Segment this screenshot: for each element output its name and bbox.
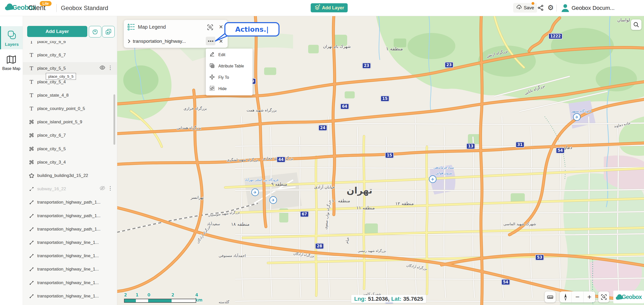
map-place-label: احمدآباد مستوفی — [219, 253, 246, 258]
route-shield: 15 — [381, 96, 389, 102]
lite-badge: Lite — [40, 1, 52, 6]
context-menu-item-hide[interactable]: Hide — [206, 83, 253, 94]
settings-gear-icon[interactable]: ⚙ — [547, 4, 554, 12]
map-place-label: منطقه ۱ — [386, 46, 403, 51]
route-shield: 53 — [535, 254, 544, 260]
layer-row[interactable]: subway_16_22⋮ — [23, 183, 117, 195]
user-name[interactable]: Geobox Docum... — [572, 5, 615, 11]
visibility-eye-icon[interactable] — [99, 65, 105, 71]
route-shield: 54 — [501, 279, 510, 285]
route-shield: 15 — [385, 152, 394, 158]
layer-row[interactable]: place_island_point_5_9 — [23, 116, 117, 128]
map-place-label: فرودگاه سپهر — [571, 109, 591, 113]
layer-label: building_building3d_15_22 — [37, 173, 88, 178]
map-place-label: منطقه ۱۲ — [395, 201, 414, 206]
layer-label: subway_16_22 — [37, 186, 66, 192]
scale-label: 0 — [147, 292, 150, 297]
context-menu-item-attribute-table[interactable]: Attribute Table — [206, 60, 253, 72]
saved-layers-button[interactable] — [102, 26, 115, 37]
legend-close-icon[interactable]: ✕ — [219, 24, 223, 29]
route-shield: 54 — [556, 147, 565, 154]
geobox-app: Geobox Client Lite Geobox Standard Add L… — [0, 0, 644, 305]
context-menu-item-edit[interactable]: Edit — [206, 49, 253, 60]
context-menu-item-fly-to[interactable]: Fly To — [206, 72, 253, 83]
map-place-label: ستاد فرماندهی — [433, 166, 454, 169]
share-icon[interactable] — [537, 5, 544, 12]
layer-type-icon — [29, 160, 34, 165]
map-place-label: شهرک شهید الماسی — [503, 222, 536, 226]
add-layer-button-panel[interactable]: Add Layer — [27, 26, 87, 37]
layer-type-icon — [29, 294, 34, 298]
layer-row[interactable]: place_city_3_4 — [23, 156, 117, 169]
route-shield: 23 — [362, 63, 371, 69]
layers-icon — [1, 30, 23, 41]
user-avatar[interactable] — [560, 3, 570, 14]
layer-type-icon — [29, 133, 34, 138]
map-search-button[interactable] — [631, 19, 641, 30]
layer-type-icon — [29, 173, 34, 178]
layers-scrollbar[interactable] — [113, 94, 115, 145]
layer-label: transportation_highway_path_1... — [37, 200, 100, 205]
map-canvas[interactable]: 122223231529642413315444156728535456✈✈✈✈… — [117, 16, 644, 305]
layer-row[interactable]: transportation_highway_line_1... — [23, 263, 117, 276]
airport-marker: ✈ — [251, 188, 259, 196]
layer-type-icon — [29, 120, 34, 124]
zoom-to-extent-button[interactable] — [598, 291, 609, 302]
layer-row[interactable]: building_building3d_15_22 — [23, 169, 117, 182]
layer-type-icon: T — [29, 92, 34, 98]
layer-tooltip: place_city_5_5 — [46, 73, 76, 80]
layer-row[interactable]: place_city_6_7 — [23, 129, 117, 142]
layer-row[interactable]: Tplace_city_6_7 — [23, 49, 117, 61]
layer-row[interactable]: transportation_highway_line_1... — [23, 236, 117, 249]
airport-marker: ✈ — [269, 196, 277, 204]
layer-menu-icon[interactable]: ⋮ — [108, 65, 113, 71]
chevron-right-icon[interactable] — [127, 39, 131, 45]
layers-panel: Tplace_city_6_6Tplace_city_6_7Tplace_cit… — [23, 16, 117, 305]
map-place-label: لواسان — [617, 17, 630, 22]
add-layer-button-header[interactable]: Add Layer — [311, 3, 348, 12]
layer-row[interactable]: transportation_highway_path_1... — [23, 196, 117, 209]
layer-row[interactable]: transportation_highway_line_1... — [23, 250, 117, 262]
route-shield: 1222 — [548, 33, 562, 39]
layer-label: place_city_5_5 — [37, 66, 66, 71]
route-shield: 67 — [300, 211, 309, 217]
add-shape-button[interactable] — [89, 26, 101, 37]
map-watermark-logo: Geobox — [613, 291, 644, 303]
layer-menu-icon[interactable]: ⋮ — [108, 185, 113, 191]
layer-type-icon — [29, 214, 34, 218]
zoom-out-button[interactable]: − — [571, 291, 583, 302]
airport-marker: ✈ — [429, 175, 436, 183]
map-place-label: بزرگراه شهید همت — [247, 108, 277, 112]
layer-row[interactable]: transportation_highway_line_1... — [23, 290, 117, 302]
edit-icon — [209, 52, 215, 58]
legend-focus-icon[interactable] — [207, 24, 214, 32]
route-shield: 64 — [340, 103, 349, 109]
layer-row[interactable]: transportation_highway_line_1... — [23, 277, 117, 289]
map-place-label: تهرانسر — [191, 195, 204, 200]
layer-label: place_city_6_7 — [37, 53, 66, 58]
layer-row[interactable]: Tplace_city_6_6 — [23, 41, 117, 48]
layer-row[interactable]: transportation_highway_path_1... — [23, 210, 117, 222]
layer-type-icon — [29, 254, 34, 258]
nav-item-layers[interactable]: Layers — [0, 26, 23, 49]
route-shield: 23 — [445, 62, 454, 68]
compass-button[interactable] — [560, 291, 571, 302]
measure-tool-button[interactable] — [545, 291, 556, 302]
map-place-label: منطقه ۱۸ — [231, 221, 250, 227]
scale-label: 1 — [136, 292, 139, 297]
base-map-icon — [0, 55, 23, 65]
layer-type-icon — [29, 147, 34, 151]
layer-type-icon: T — [29, 52, 34, 58]
layer-row[interactable]: Tplace_state_4_8 — [23, 89, 117, 102]
scale-label: 2 — [171, 292, 174, 297]
visibility-eye-off-icon[interactable] — [99, 186, 105, 192]
zoom-in-button[interactable]: + — [583, 291, 595, 302]
layer-row[interactable]: transportation_highway_path_1... — [23, 223, 117, 236]
annotation-text: Actions.| — [235, 25, 269, 33]
layer-row[interactable]: place_city_5_5 — [23, 143, 117, 155]
layer-row[interactable]: Tplace_country_point_0_5 — [23, 102, 117, 115]
layers-panel-toolbar: Add Layer — [23, 16, 117, 41]
nav-item-base-map[interactable]: Base Map — [0, 53, 23, 75]
legend-layer-row[interactable]: transportation_highway... ✕ — [124, 36, 228, 47]
layer-label: place_state_4_8 — [37, 93, 69, 98]
